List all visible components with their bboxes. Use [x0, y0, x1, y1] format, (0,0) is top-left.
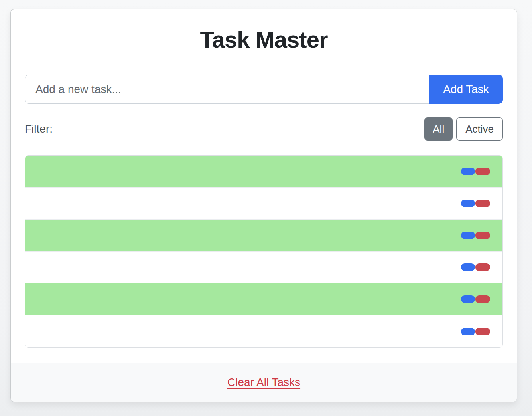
task-list [25, 155, 503, 348]
task-row [25, 252, 502, 283]
task-row [25, 220, 502, 252]
filter-all-button[interactable]: All [424, 117, 453, 141]
filter-button-group: All Active [424, 117, 503, 141]
task-row [25, 156, 502, 188]
filter-active-button[interactable]: Active [456, 117, 503, 141]
delete-task-button[interactable] [475, 168, 490, 175]
page-title: Task Master [25, 28, 503, 52]
task-row [25, 283, 502, 315]
new-task-input[interactable] [25, 75, 429, 104]
delete-task-button[interactable] [475, 232, 490, 239]
complete-task-button[interactable] [461, 295, 475, 303]
card-body: Task Master Add Task Filter: All Active [11, 9, 517, 363]
task-master-card: Task Master Add Task Filter: All Active [10, 9, 517, 402]
complete-task-button[interactable] [461, 232, 475, 239]
add-task-button[interactable]: Add Task [429, 75, 503, 104]
complete-task-button[interactable] [461, 328, 475, 335]
card-footer: Clear All Tasks [11, 363, 517, 402]
task-row [25, 315, 502, 347]
complete-task-button[interactable] [461, 200, 475, 207]
filter-label: Filter: [25, 123, 53, 135]
delete-task-button[interactable] [475, 295, 490, 303]
complete-task-button[interactable] [461, 263, 475, 271]
filter-row: Filter: All Active [25, 117, 503, 141]
clear-all-tasks-link[interactable]: Clear All Tasks [227, 376, 300, 389]
delete-task-button[interactable] [475, 200, 490, 207]
task-row [25, 188, 502, 220]
complete-task-button[interactable] [461, 168, 475, 175]
delete-task-button[interactable] [475, 263, 490, 271]
new-task-composer: Add Task [25, 75, 503, 104]
delete-task-button[interactable] [475, 328, 490, 335]
